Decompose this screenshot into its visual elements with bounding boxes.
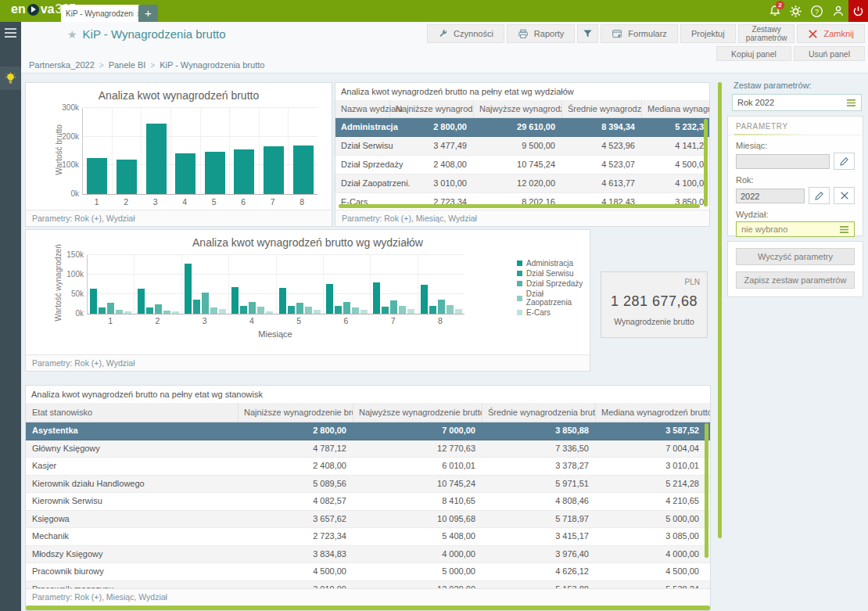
legend-item[interactable]: Dział Zaopatrzenia bbox=[517, 289, 590, 307]
zestawy-parametrow-button[interactable]: Zestawy parametrów bbox=[738, 24, 795, 43]
table-row[interactable]: Dział Sprzedaży2 408,0010 745,244 523,07… bbox=[335, 156, 709, 174]
bar-E-Cars[interactable] bbox=[455, 309, 462, 314]
bar-Administracja[interactable] bbox=[185, 264, 192, 314]
table1-vertical-scrollbar[interactable] bbox=[704, 119, 708, 207]
bar-Dział Sprzedaży[interactable] bbox=[390, 300, 397, 314]
table-row[interactable]: Księgowa3 657,6210 095,685 718,975 000,0… bbox=[26, 511, 710, 529]
bar-E-Cars[interactable] bbox=[172, 311, 179, 314]
zamknij-button[interactable]: Zamknij bbox=[797, 24, 865, 43]
bar-Dział Zaopatrzenia[interactable] bbox=[163, 311, 170, 314]
bar-Dział Sprzedaży[interactable] bbox=[343, 302, 350, 314]
notifications-bell-icon[interactable]: 2 bbox=[764, 0, 785, 22]
settings-gear-icon[interactable] bbox=[785, 0, 806, 22]
bar-month-4[interactable] bbox=[175, 153, 195, 194]
bar-E-Cars[interactable] bbox=[407, 309, 414, 314]
power-logout-icon[interactable] bbox=[848, 0, 868, 22]
table1-horizontal-scrollbar[interactable] bbox=[339, 204, 700, 208]
bar-month-6[interactable] bbox=[234, 149, 254, 194]
column-header[interactable]: Mediana wynagrodzeń bbox=[642, 100, 709, 117]
column-header[interactable]: Średnie wynagrodzenia brutto bbox=[482, 403, 596, 422]
bar-E-Cars[interactable] bbox=[360, 310, 368, 314]
projektuj-button[interactable]: Projektuj bbox=[680, 24, 736, 43]
miesiac-edit-pencil-icon[interactable] bbox=[834, 153, 855, 170]
wydzial-dropdown[interactable]: nie wybrano bbox=[736, 221, 855, 237]
bar-E-Cars[interactable] bbox=[219, 309, 226, 314]
raporty-dropdown-funnel-icon[interactable] bbox=[577, 24, 598, 43]
zapisz-zestaw-button[interactable]: Zapisz zestaw parametrów bbox=[736, 271, 855, 289]
legend-item[interactable]: Dział Serwisu bbox=[517, 269, 590, 278]
bar-Dział Serwisu[interactable] bbox=[99, 307, 106, 314]
bar-Dział Serwisu[interactable] bbox=[429, 306, 436, 314]
bar-Dział Zaopatrzenia[interactable] bbox=[305, 307, 312, 314]
bar-Dział Serwisu[interactable] bbox=[382, 307, 389, 314]
legend-item[interactable]: Administracja bbox=[517, 259, 590, 268]
bar-Dział Serwisu[interactable] bbox=[193, 300, 200, 314]
bar-Dział Zaopatrzenia[interactable] bbox=[210, 307, 217, 314]
table-row[interactable]: Administracja2 800,0029 610,008 394,345 … bbox=[335, 118, 709, 137]
bar-Dział Sprzedaży[interactable] bbox=[249, 302, 256, 314]
legend-item[interactable]: E-Cars bbox=[517, 308, 590, 317]
table-row[interactable]: Pracownik biurowy4 500,005 000,004 626,1… bbox=[26, 563, 710, 581]
help-icon[interactable]: ? bbox=[806, 0, 827, 22]
bar-Administracja[interactable] bbox=[279, 288, 286, 314]
bar-Dział Zaopatrzenia[interactable] bbox=[399, 306, 406, 314]
bar-Administracja[interactable] bbox=[231, 287, 239, 314]
rok-edit-pencil-icon[interactable] bbox=[809, 187, 830, 204]
breadcrumb-item[interactable]: Partnerska_2022 bbox=[29, 60, 95, 70]
bar-Dział Zaopatrzenia[interactable] bbox=[352, 307, 359, 314]
bar-E-Cars[interactable] bbox=[314, 310, 321, 314]
table-row[interactable]: Młodszy Księgowy3 834,834 000,003 976,40… bbox=[26, 546, 710, 564]
table-row[interactable]: Mechanik2 723,345 408,003 415,173 085,00 bbox=[26, 528, 710, 546]
hamburger-menu-icon[interactable] bbox=[0, 22, 21, 44]
open-panel-tab[interactable]: KiP - Wynagrodzenia... x bbox=[61, 5, 145, 22]
table-row[interactable]: Dział Serwisu3 477,499 500,004 523,964 1… bbox=[335, 137, 709, 156]
bar-Dział Zaopatrzenia[interactable] bbox=[116, 310, 123, 314]
column-header[interactable]: Etat stanowisko bbox=[26, 403, 239, 422]
column-header[interactable]: Najniższe wynagrodzenie brutto bbox=[239, 403, 353, 422]
rok-input[interactable]: 2022 bbox=[736, 189, 805, 203]
miesiac-input[interactable] bbox=[736, 154, 830, 169]
bar-Dział Sprzedaży[interactable] bbox=[107, 303, 114, 314]
table2-vertical-scrollbar[interactable] bbox=[705, 423, 708, 558]
bar-Administracja[interactable] bbox=[138, 289, 145, 314]
bar-Dział Sprzedaży[interactable] bbox=[438, 300, 445, 314]
breadcrumb-item[interactable]: KiP - Wynagrodzenia brutto bbox=[160, 60, 264, 70]
table-row[interactable]: Dział Zaopatrzeni.3 010,0012 020,004 613… bbox=[335, 174, 709, 193]
bar-Administracja[interactable] bbox=[421, 285, 428, 314]
bar-Administracja[interactable] bbox=[90, 289, 97, 314]
favorite-star-icon[interactable]: ★ bbox=[67, 28, 77, 41]
usun-panel-button[interactable]: Usuń panel bbox=[794, 46, 865, 61]
column-header[interactable]: Najniższe wynagrodzenie ... bbox=[390, 100, 474, 117]
bar-Dział Sprzedaży[interactable] bbox=[155, 304, 162, 314]
breadcrumb-item[interactable]: Panele BI bbox=[109, 60, 146, 70]
table-row[interactable]: Kierownik Serwisu4 082,578 410,654 808,4… bbox=[26, 493, 710, 511]
bar-Dział Serwisu[interactable] bbox=[240, 306, 247, 314]
column-header[interactable]: Średnie wynagrodzenia ... bbox=[562, 100, 642, 117]
bar-month-2[interactable] bbox=[117, 160, 137, 194]
bar-month-8[interactable] bbox=[293, 146, 314, 194]
table-row[interactable]: Główny Księgowy4 787,1212 770,637 336,50… bbox=[26, 440, 710, 458]
column-header[interactable]: Najwyższe wynagrodzenie brutto bbox=[353, 403, 482, 422]
bar-Dział Serwisu[interactable] bbox=[146, 307, 153, 314]
legend-item[interactable]: Dział Sprzedaży bbox=[517, 279, 590, 288]
bar-Dział Serwisu[interactable] bbox=[335, 306, 342, 314]
table-row[interactable]: Kasjer2 408,006 010,013 378,273 010,01 bbox=[26, 458, 710, 476]
table-row[interactable]: Kierownik działu Handlowego5 089,5610 74… bbox=[26, 476, 710, 494]
bar-Administracja[interactable] bbox=[326, 284, 333, 314]
bar-E-Cars[interactable] bbox=[124, 311, 131, 314]
bar-month-1[interactable] bbox=[87, 158, 107, 194]
column-header[interactable]: Mediana wynagrodzeń brutto bbox=[596, 403, 710, 422]
bar-month-3[interactable] bbox=[146, 124, 167, 194]
bar-Dział Zaopatrzenia[interactable] bbox=[257, 307, 264, 314]
bar-Dział Zaopatrzenia[interactable] bbox=[447, 305, 454, 314]
bar-Administracja[interactable] bbox=[373, 282, 380, 314]
parameters-panel-scrollbar[interactable] bbox=[718, 82, 722, 538]
rok-clear-x-icon[interactable] bbox=[834, 187, 855, 204]
formularz-button[interactable]: Formularz bbox=[601, 24, 678, 43]
czynnosci-button[interactable]: Czynności bbox=[427, 24, 504, 43]
table2-horizontal-scrollbar[interactable] bbox=[26, 606, 710, 610]
bar-Dział Sprzedaży[interactable] bbox=[296, 303, 303, 314]
bar-Dział Sprzedaży[interactable] bbox=[202, 293, 209, 314]
wyczysc-parametry-button[interactable]: Wyczyść parametry bbox=[736, 248, 855, 265]
bar-E-Cars[interactable] bbox=[266, 311, 273, 314]
